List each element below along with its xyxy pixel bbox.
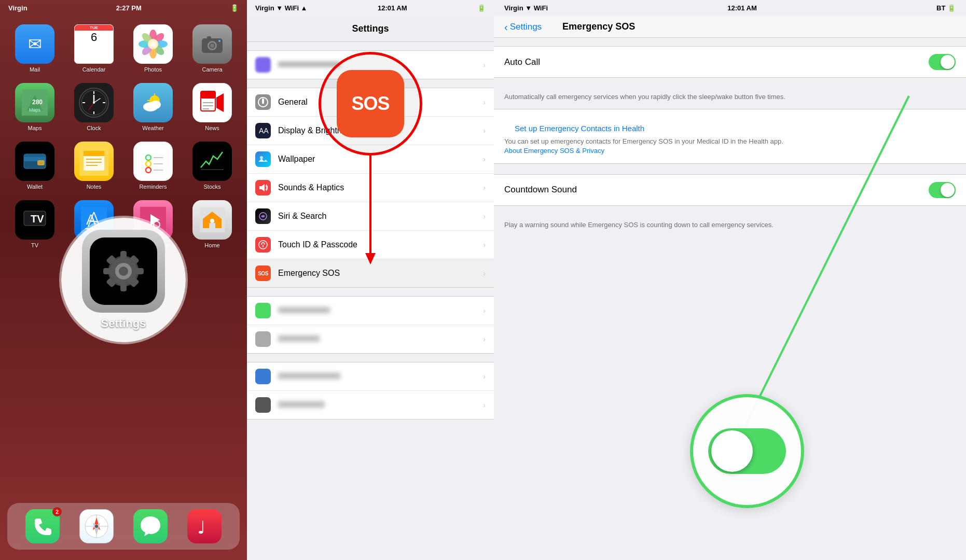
row-chevron-touchid: › [483,241,486,249]
app-icon-mail: ✉ [15,24,54,64]
battery-sos: BT 🔋 [936,4,956,12]
app-icon-reminders [133,142,173,181]
app-label-mail: Mail [30,66,40,73]
app-label-wallet: Wallet [27,184,43,190]
app-photos[interactable]: Photos [129,24,177,73]
sos-icon-large: SOS [337,70,404,137]
app-home[interactable]: Home [188,200,237,248]
app-reminders[interactable]: Reminders [129,142,177,190]
row-chevron-wallpaper: › [483,155,486,163]
svg-rect-43 [37,160,45,165]
svg-point-73 [210,219,214,223]
app-weather[interactable]: Weather [129,83,177,131]
app-icon-home [192,200,232,240]
dock-phone[interactable]: 2 [25,509,60,543]
carrier-sos: Virgin ▼ WiFi [504,4,548,12]
countdown-toggle[interactable] [929,182,956,198]
svg-rect-13 [207,36,211,39]
svg-point-14 [218,40,220,42]
settings-row-sounds[interactable]: Sounds & Haptics › [247,174,494,202]
contacts-link[interactable]: Set up Emergency Contacts in Health [504,117,956,137]
svg-text:Maps: Maps [29,107,41,113]
app-camera[interactable]: Camera [188,24,237,73]
row-label-blurred-4 [278,400,483,410]
app-label-tv: TV [31,242,38,248]
dock-music[interactable]: ♩ [187,509,222,543]
svg-rect-95 [262,102,264,104]
svg-point-8 [148,39,158,49]
big-toggle-knob [711,430,753,472]
status-bar-sos: Virgin ▼ WiFi 12:01 AM BT 🔋 [494,0,966,16]
countdown-section: Countdown Sound [494,174,966,206]
row-label-sounds: Sounds & Haptics [278,183,483,192]
settings-row-blurred-3[interactable]: › [247,362,494,391]
battery-settings: 🔋 [477,4,486,12]
app-icon-tv: TV [15,200,54,240]
app-icon-clock [74,83,114,122]
auto-call-toggle[interactable] [929,54,956,70]
time-settings: 12:01 AM [378,4,407,12]
emergency-sos-panel: Virgin ▼ WiFi 12:01 AM BT 🔋 ‹ Settings E… [494,0,966,560]
row-chevron-sounds: › [483,184,486,192]
settings-row-blurred-1[interactable]: › [247,297,494,325]
dock-safari[interactable] [79,509,114,543]
app-wallet[interactable]: Wallet [10,142,59,190]
settings-row-blurred-4[interactable]: › [247,391,494,419]
big-toggle-ring [690,394,804,508]
countdown-row[interactable]: Countdown Sound [494,175,966,205]
settings-row-siri[interactable]: Siri & Search › [247,202,494,231]
app-label-stocks: Stocks [203,184,220,190]
row-icon-blurred-1 [255,303,271,318]
row-label-sos: Emergency SOS [278,269,483,278]
settings-circle-overlay: Settings [61,218,186,342]
row-icon-blurred-top [255,57,271,73]
auto-call-label: Auto Call [504,57,540,67]
row-icon-sounds [255,180,271,195]
privacy-link[interactable]: About Emergency SOS & Privacy [504,147,604,155]
row-icon-siri [255,208,271,224]
app-stocks[interactable]: Stocks [188,142,237,190]
app-icon-stocks [192,142,232,181]
row-icon-blurred-3 [255,369,271,384]
auto-call-row[interactable]: Auto Call [494,47,966,77]
svg-point-77 [119,267,128,276]
sos-circle-overlay: SOS [319,52,422,156]
contacts-desc: You can set up emergency contacts for Em… [504,137,956,156]
app-icon-weather [133,83,173,122]
row-label-blurred-3 [278,372,483,381]
sos-settings-content: Auto Call Automatically call emergency s… [494,38,966,245]
app-news[interactable]: News [188,83,237,131]
app-maps[interactable]: 280 Maps Maps [10,83,59,131]
sos-page-title: Emergency SOS [562,21,635,32]
settings-row-blurred-2[interactable]: › [247,325,494,353]
app-tv[interactable]: TV TV [10,200,59,248]
app-label-notes: Notes [87,184,102,190]
svg-rect-58 [198,147,227,176]
svg-rect-78 [120,251,127,259]
svg-point-12 [210,44,214,48]
svg-point-28 [93,102,95,104]
time-sos: 12:01 AM [727,4,757,12]
carrier-home: Virgin [8,4,27,12]
row-chevron-blurred-top: › [483,61,486,69]
svg-text:280: 280 [32,99,43,106]
svg-rect-44 [24,154,46,157]
app-notes[interactable]: Notes [70,142,118,190]
contacts-section: Set up Emergency Contacts in Health You … [494,109,966,163]
svg-rect-79 [120,283,127,291]
app-mail[interactable]: ✉ Mail [10,24,59,73]
sos-circle-ring: SOS [319,52,422,156]
row-chevron-sos: › [483,269,486,277]
dock: 2 ♩ [7,503,240,550]
app-calendar[interactable]: TUE 6 Calendar [70,24,118,73]
back-button[interactable]: ‹ Settings [504,22,542,32]
settings-row-touchid[interactable]: Touch ID & Passcode › [247,231,494,259]
svg-rect-37 [201,91,215,99]
status-bar-home: Virgin 2:27 PM 🔋 [0,0,247,16]
row-icon-general [255,94,271,110]
dock-messages[interactable] [133,509,168,543]
settings-row-sos[interactable]: SOS Emergency SOS › [247,259,494,287]
svg-point-34 [150,101,161,109]
app-label-maps: Maps [28,125,42,131]
app-clock[interactable]: Clock [70,83,118,131]
